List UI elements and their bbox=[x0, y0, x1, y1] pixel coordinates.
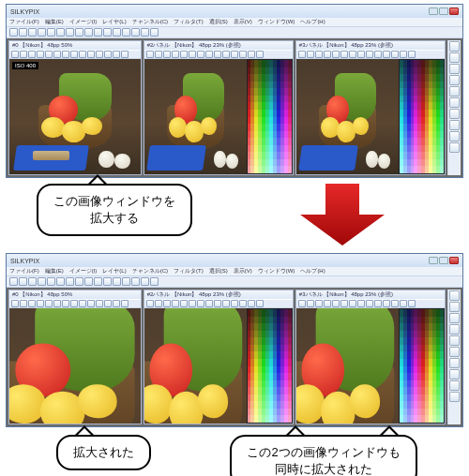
menu-view[interactable]: 表示(V) bbox=[231, 267, 255, 275]
panel-tool-button[interactable] bbox=[231, 51, 238, 58]
image-view[interactable] bbox=[144, 59, 247, 174]
menu-window[interactable]: ウィンドウ(W) bbox=[255, 267, 298, 275]
toolbar-button[interactable] bbox=[28, 28, 37, 37]
toolbar-button[interactable] bbox=[141, 277, 149, 286]
panel-title[interactable]: #3パネル 【Nikon】 48pp 23% (参照) bbox=[296, 290, 445, 299]
menu-image[interactable]: イメージ(I) bbox=[67, 267, 100, 275]
panel-tool-button[interactable] bbox=[332, 300, 340, 307]
image-view[interactable] bbox=[144, 308, 247, 424]
panel-tool-button[interactable] bbox=[400, 51, 407, 58]
panel-tool-button[interactable] bbox=[214, 300, 221, 307]
toolbar-button[interactable] bbox=[66, 277, 74, 286]
toolbar-button[interactable] bbox=[38, 28, 46, 37]
panel-tool-button[interactable] bbox=[374, 51, 382, 58]
panel-tool-button[interactable] bbox=[113, 300, 120, 307]
toolbox-button[interactable] bbox=[449, 97, 460, 108]
image-view[interactable] bbox=[296, 59, 399, 174]
toolbar-button[interactable] bbox=[150, 277, 159, 286]
menu-filter[interactable]: フィルタ(T) bbox=[171, 267, 206, 275]
toolbar-button[interactable] bbox=[19, 277, 27, 286]
panel-tool-button[interactable] bbox=[45, 51, 53, 58]
panel-tool-button[interactable] bbox=[28, 300, 36, 307]
panel-tool-button[interactable] bbox=[349, 300, 356, 307]
toolbox-button[interactable] bbox=[449, 392, 460, 402]
panel-tool-button[interactable] bbox=[28, 51, 36, 58]
panel-tool-button[interactable] bbox=[307, 51, 314, 58]
panel-tool-button[interactable] bbox=[20, 300, 27, 307]
menu-layer[interactable]: レイヤ(L) bbox=[99, 18, 129, 26]
toolbar-button[interactable] bbox=[94, 28, 102, 37]
panel-tool-button[interactable] bbox=[357, 300, 365, 307]
toolbar-button[interactable] bbox=[56, 277, 65, 286]
toolbox-button[interactable] bbox=[449, 380, 460, 391]
maximize-icon[interactable] bbox=[439, 7, 448, 15]
toolbox-button[interactable] bbox=[449, 302, 460, 312]
panel-tool-button[interactable] bbox=[239, 300, 247, 307]
toolbox-button[interactable] bbox=[449, 290, 460, 301]
toolbox-button[interactable] bbox=[449, 109, 460, 119]
panel-tool-button[interactable] bbox=[37, 300, 44, 307]
panel-tool-button[interactable] bbox=[248, 51, 255, 58]
panel-tool-button[interactable] bbox=[70, 300, 78, 307]
panel-tool-button[interactable] bbox=[248, 300, 255, 307]
toolbar-button[interactable] bbox=[75, 28, 83, 37]
panel-tool-button[interactable] bbox=[146, 300, 154, 307]
panel-tool-button[interactable] bbox=[239, 51, 247, 58]
toolbox-button[interactable] bbox=[449, 120, 460, 130]
toolbar-button[interactable] bbox=[94, 277, 102, 286]
panel-tool-button[interactable] bbox=[62, 300, 69, 307]
toolbox-button[interactable] bbox=[449, 131, 460, 141]
image-view[interactable]: ISO 400 bbox=[9, 59, 141, 174]
panel-tool-button[interactable] bbox=[87, 300, 95, 307]
panel-title[interactable]: #0 【Nikon】 48pp 50% bbox=[9, 290, 141, 299]
titlebar[interactable]: SILKYPIX bbox=[7, 5, 462, 18]
panel-tool-button[interactable] bbox=[104, 51, 112, 58]
toolbar-button[interactable] bbox=[19, 28, 27, 37]
panel-title[interactable]: #2パネル 【Nikon】 48pp 23% (参照) bbox=[144, 41, 293, 50]
toolbar-button[interactable] bbox=[113, 277, 121, 286]
menu-file[interactable]: ファイル(F) bbox=[7, 18, 42, 26]
toolbar-button[interactable] bbox=[47, 28, 55, 37]
toolbar-button[interactable] bbox=[38, 277, 46, 286]
toolbar-button[interactable] bbox=[103, 28, 112, 37]
color-palette[interactable] bbox=[399, 59, 445, 174]
toolbar-button[interactable] bbox=[131, 277, 140, 286]
panel-tool-button[interactable] bbox=[172, 300, 179, 307]
color-palette[interactable] bbox=[399, 308, 445, 424]
panel-tool-button[interactable] bbox=[366, 51, 373, 58]
panel-tool-button[interactable] bbox=[155, 300, 162, 307]
toolbar-button[interactable] bbox=[9, 277, 18, 286]
panel-tool-button[interactable] bbox=[79, 51, 86, 58]
panel-tool-button[interactable] bbox=[324, 51, 331, 58]
panel-tool-button[interactable] bbox=[315, 300, 323, 307]
panel-tool-button[interactable] bbox=[189, 300, 196, 307]
panel-tool-button[interactable] bbox=[340, 300, 348, 307]
menu-select[interactable]: 選択(S) bbox=[206, 267, 231, 275]
toolbar-button[interactable] bbox=[9, 28, 18, 37]
panel-tool-button[interactable] bbox=[324, 300, 331, 307]
panel-tool-button[interactable] bbox=[20, 51, 27, 58]
panel-tool-button[interactable] bbox=[87, 51, 95, 58]
panel-tool-button[interactable] bbox=[189, 51, 196, 58]
menu-edit[interactable]: 編集(E) bbox=[42, 267, 67, 275]
panel-tool-button[interactable] bbox=[307, 300, 314, 307]
toolbar-button[interactable] bbox=[131, 28, 140, 37]
panel-tool-button[interactable] bbox=[391, 51, 399, 58]
toolbox-button[interactable] bbox=[449, 324, 460, 335]
panel-tool-button[interactable] bbox=[11, 300, 19, 307]
toolbar-button[interactable] bbox=[56, 28, 65, 37]
panel-tool-button[interactable] bbox=[222, 300, 230, 307]
toolbar-button[interactable] bbox=[122, 28, 130, 37]
panel-tool-button[interactable] bbox=[315, 51, 323, 58]
panel-title[interactable]: #0 【Nikon】 48pp 50% bbox=[9, 41, 141, 50]
panel-tool-button[interactable] bbox=[146, 51, 154, 58]
close-icon[interactable] bbox=[449, 7, 459, 15]
panel-tool-button[interactable] bbox=[400, 300, 407, 307]
panel-tool-button[interactable] bbox=[155, 51, 162, 58]
menu-channel[interactable]: チャンネル(C) bbox=[129, 267, 171, 275]
panel-tool-button[interactable] bbox=[214, 51, 221, 58]
panel-tool-button[interactable] bbox=[298, 300, 306, 307]
menu-filter[interactable]: フィルタ(T) bbox=[171, 18, 206, 26]
panel-tool-button[interactable] bbox=[121, 300, 129, 307]
panel-tool-button[interactable] bbox=[53, 51, 61, 58]
